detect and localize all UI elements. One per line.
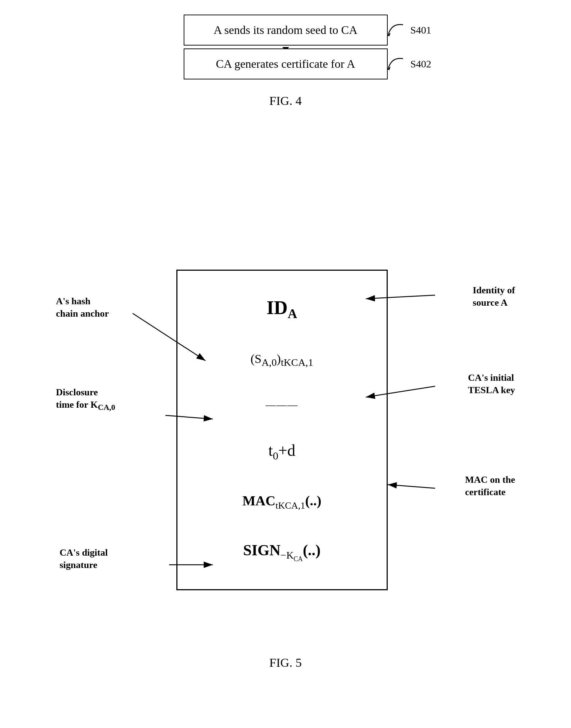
- sign-field: SIGN−KCA(..): [243, 541, 321, 563]
- fig4-section: A sends its random seed to CA S401 CA ge…: [0, 15, 571, 108]
- certificate-box: IDA (SA,0)tKCA,1 ——— t0+d MACtKCA,1(..): [176, 270, 388, 590]
- flow-step-1: A sends its random seed to CA S401: [122, 15, 450, 46]
- s-field: (SA,0)tKCA,1: [250, 352, 313, 368]
- fig4-caption: FIG. 4: [269, 94, 302, 108]
- annotation-mac: MAC on the certificate: [465, 474, 515, 498]
- annotation-identity: Identity of source A: [473, 284, 515, 309]
- fig5-section: IDA (SA,0)tKCA,1 ——— t0+d MACtKCA,1(..): [0, 248, 571, 670]
- annotation-sign: CA's digital signature: [60, 547, 108, 571]
- cert-diagram: IDA (SA,0)tKCA,1 ——— t0+d MACtKCA,1(..): [49, 248, 523, 649]
- annotation-disclosure: Disclosuretime for KCA,0: [56, 386, 116, 412]
- mac-field: MACtKCA,1(..): [242, 493, 321, 511]
- bracket-marks: ———: [266, 399, 298, 411]
- annotation-ca-initial: CA's initial TESLA key: [468, 372, 515, 396]
- flow-step-2: CA generates certificate for A S402: [122, 48, 450, 79]
- step1-label: S401: [410, 24, 431, 36]
- fig5-caption: FIG. 5: [269, 656, 302, 670]
- curved-arrow-s402: [385, 55, 407, 73]
- flowchart: A sends its random seed to CA S401 CA ge…: [122, 15, 450, 79]
- step2-box: CA generates certificate for A: [184, 48, 388, 79]
- curved-arrow-s401: [385, 21, 407, 39]
- step1-box: A sends its random seed to CA: [184, 15, 388, 46]
- step2-label: S402: [410, 58, 431, 70]
- id-field: IDA: [267, 297, 297, 321]
- annotation-hash-chain: A's hash chain anchor: [56, 295, 109, 320]
- t0d-field: t0+d: [268, 441, 295, 462]
- id-subscript: A: [288, 306, 297, 321]
